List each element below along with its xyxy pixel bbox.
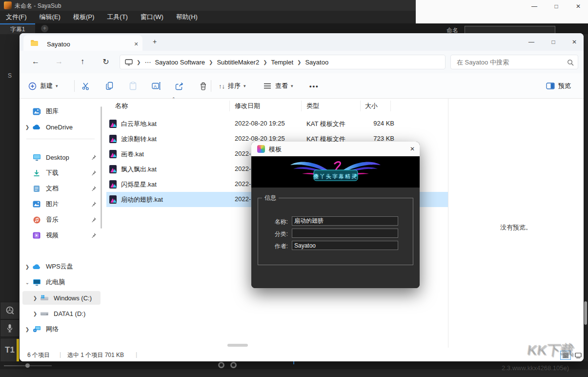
- menu-template[interactable]: 模板(P): [73, 13, 94, 21]
- sort-button[interactable]: ↑↓ 排序▾: [219, 79, 246, 93]
- name-field[interactable]: [292, 216, 398, 226]
- sidebar-item-this-pc[interactable]: ⌄ 此电脑: [22, 275, 101, 289]
- file-row[interactable]: 白云草地.kat 2022-08-20 19:25 KAT 模板文件 924 K…: [106, 116, 448, 131]
- breadcrumb-item[interactable]: Templet: [271, 59, 294, 66]
- explorer-maximize-button[interactable]: □: [545, 37, 562, 47]
- search-box[interactable]: [450, 55, 578, 69]
- this-pc-icon: [32, 278, 41, 287]
- svg-text:A: A: [154, 84, 157, 89]
- back-icon[interactable]: ←: [30, 57, 41, 66]
- menu-file[interactable]: 文件(F): [6, 13, 27, 21]
- sidebar-item-network[interactable]: ❯ 网络: [22, 322, 101, 336]
- explorer-tabstrip: Sayatoo ✕ + — □ ✕: [20, 33, 584, 51]
- zoom-slider-thumb[interactable]: [25, 363, 30, 368]
- sidebar-item-documents[interactable]: 文档: [22, 182, 101, 195]
- videos-icon: [32, 231, 41, 240]
- pin-icon: [91, 186, 97, 191]
- up-icon[interactable]: ↑: [77, 57, 88, 66]
- app-maximize-button[interactable]: □: [549, 2, 564, 11]
- column-type[interactable]: 类型: [306, 102, 319, 110]
- dialog-title: 模板: [269, 145, 282, 154]
- search-input[interactable]: [456, 57, 558, 67]
- menu-window[interactable]: 窗口(W): [141, 13, 163, 21]
- timeline-knob[interactable]: [230, 362, 237, 368]
- column-date[interactable]: 修改日期: [235, 102, 260, 110]
- add-subtitle-tab-button[interactable]: +: [41, 25, 48, 32]
- more-options-button[interactable]: •••: [309, 79, 319, 93]
- sidebar-item-pictures[interactable]: 图片: [22, 197, 101, 211]
- horizontal-scrollbar-thumb[interactable]: [227, 344, 248, 347]
- chevron-down-icon: ⌄: [22, 280, 32, 285]
- share-icon: [175, 81, 184, 91]
- explorer-minimize-button[interactable]: —: [523, 37, 540, 47]
- video-track-button[interactable]: [0, 302, 20, 319]
- app-title: 未命名 - SayaSub: [15, 2, 61, 10]
- preview-toggle-button[interactable]: 预览: [546, 79, 571, 93]
- column-size[interactable]: 大小: [365, 102, 378, 110]
- menu-tools[interactable]: 工具(T): [107, 13, 128, 21]
- chevron-down-icon: ▾: [243, 84, 246, 88]
- explorer-close-button[interactable]: ✕: [566, 37, 583, 47]
- breadcrumb-item[interactable]: SubtitleMaker2: [217, 59, 259, 66]
- new-button[interactable]: 新建▾: [27, 79, 58, 93]
- sidebar-item-gallery[interactable]: 图库: [22, 105, 101, 118]
- app-scrollbar-thumb[interactable]: [584, 301, 587, 325]
- gallery-icon: [32, 107, 41, 116]
- rename-button[interactable]: A: [151, 79, 161, 93]
- film-reel-icon: [5, 306, 15, 315]
- network-icon: [32, 325, 41, 334]
- address-bar[interactable]: ❯ ⋯ Sayatoo Software ❯ SubtitleMaker2 ❯ …: [120, 55, 446, 69]
- timeline-knob[interactable]: [218, 362, 224, 368]
- search-icon[interactable]: [567, 59, 574, 66]
- sidebar-scrollbar-thumb[interactable]: [101, 106, 102, 229]
- new-tab-button[interactable]: +: [150, 38, 159, 46]
- sidebar-item-videos[interactable]: 视频: [22, 229, 101, 242]
- timeline-band: [0, 369, 588, 377]
- subtitle-tab[interactable]: 字幕1: [0, 23, 35, 34]
- sidebar-item-data1-d[interactable]: ❯ DATA1 (D:): [22, 307, 101, 320]
- breadcrumb-item[interactable]: Sayatoo: [305, 59, 328, 66]
- explorer-tab[interactable]: Sayatoo ✕: [23, 35, 142, 51]
- explorer-tab-title: Sayatoo: [47, 41, 70, 48]
- sidebar-item-windows-c[interactable]: ❯ Windows (C:): [22, 291, 101, 305]
- copy-button[interactable]: [104, 79, 114, 93]
- audio-track-button[interactable]: [0, 319, 20, 337]
- author-field[interactable]: [292, 241, 398, 250]
- column-name[interactable]: 名称: [115, 102, 128, 110]
- chevron-right-icon: ❯: [30, 295, 40, 301]
- pin-icon: [91, 154, 97, 160]
- sidebar-item-downloads[interactable]: 下载: [22, 166, 101, 180]
- paste-button[interactable]: [128, 79, 138, 93]
- view-button[interactable]: 查看▾: [263, 79, 293, 93]
- cut-button[interactable]: [81, 79, 91, 93]
- sidebar-item-music[interactable]: 音乐: [22, 213, 101, 227]
- menu-help[interactable]: 帮助(H): [176, 13, 198, 21]
- item-count: 6 个项目: [27, 351, 50, 359]
- app-minimize-button[interactable]: —: [527, 2, 542, 11]
- selection-status: 选中 1 个项目 701 KB: [67, 351, 124, 359]
- share-button[interactable]: [175, 79, 184, 93]
- category-field[interactable]: [292, 229, 398, 238]
- folder-icon: [30, 40, 39, 46]
- refresh-icon[interactable]: ↻: [101, 57, 111, 66]
- delete-button[interactable]: [198, 79, 208, 93]
- breadcrumb-item[interactable]: Sayatoo Software: [155, 59, 205, 66]
- icons-view-button[interactable]: [573, 351, 584, 360]
- explorer-toolbar: 新建▾ A: [20, 73, 584, 99]
- menu-edit[interactable]: 编辑(E): [40, 13, 61, 21]
- sayatoo-logo-icon: [257, 145, 265, 153]
- drive-icon: [40, 309, 49, 318]
- details-view-button[interactable]: [560, 351, 571, 360]
- sidebar-item-wps-cloud[interactable]: ❯ WPS云盘: [22, 260, 101, 273]
- app-close-button[interactable]: ✕: [571, 2, 586, 11]
- music-icon: [32, 215, 41, 224]
- track-sidebar: S T1: [0, 34, 20, 361]
- forward-icon[interactable]: →: [54, 57, 64, 66]
- sidebar-item-onedrive[interactable]: ❯ OneDrive: [22, 120, 101, 134]
- dialog-close-icon[interactable]: ✕: [407, 145, 417, 153]
- tab-close-icon[interactable]: ✕: [132, 40, 141, 48]
- breadcrumb-overflow-icon[interactable]: ⋯: [144, 59, 151, 66]
- explorer-navbar: ← → ↑ ↻ ❯ ⋯ Sayatoo Software ❯ SubtitleM…: [20, 51, 584, 73]
- view-lines-icon: [263, 81, 272, 91]
- sidebar-item-desktop[interactable]: Desktop: [22, 150, 101, 164]
